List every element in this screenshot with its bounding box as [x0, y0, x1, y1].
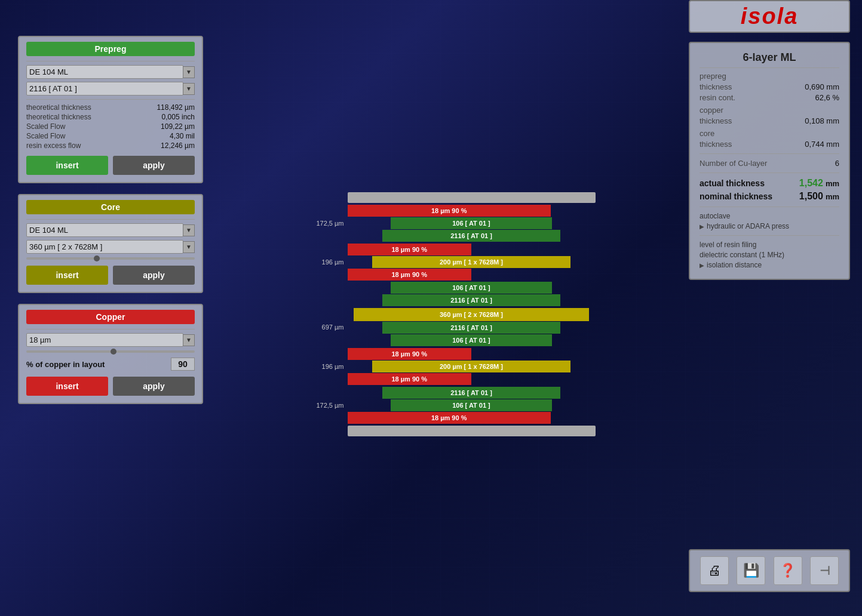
copper-insert-button[interactable]: insert [26, 377, 108, 396]
actual-thickness-label: actual thickness [700, 178, 765, 188]
autoclave-label: autoclave [700, 212, 839, 220]
core-panel: Core DE 104 ML ▼ 360 µm [ 2 x 7628M ] ▼ … [18, 194, 203, 293]
info-cu-layer-row: Number of Cu-layer 6 [700, 159, 839, 168]
core-material-select[interactable]: DE 104 ML [26, 223, 183, 237]
info-copper-thick-value: 0,108 mm [805, 116, 839, 125]
prepreg-th-inch-value: 0,005 inch [162, 113, 195, 121]
prepreg-sf-mil-value: 4,30 mil [170, 132, 195, 140]
core-btn-row: insert apply [26, 266, 195, 285]
settings-button[interactable]: ⊣ [810, 556, 839, 585]
row3-label: 697 µm [309, 324, 348, 331]
prepreg-sf-um-label: Scaled Flow [26, 122, 65, 131]
prepreg-resin-label: resin excess flow [26, 141, 81, 150]
prepreg-panel: Prepreg DE 104 ML ▼ 2116 [ AT 01 ] ▼ the… [18, 36, 203, 183]
core-apply-button[interactable]: apply [113, 266, 195, 285]
prepreg-sf-mil-row: Scaled Flow 4,30 mil [26, 132, 195, 140]
bar-red-3: 18 µm 90 % [348, 269, 472, 281]
bar-green-6: 106 [ AT 01 ] [391, 334, 552, 346]
prepreg-resin-value: 12,246 µm [161, 141, 195, 150]
copper-slider-thumb[interactable] [111, 349, 116, 355]
prepreg-th-inch-label: theoretical thickness [26, 113, 91, 121]
bottom-toolbar: 🖨 💾 ❓ ⊣ [689, 549, 850, 592]
press-label: hydraulic or ADARA press [707, 222, 789, 230]
info-copper-thick-row: thickness 0,108 mm [700, 116, 839, 125]
prepreg-apply-button[interactable]: apply [113, 156, 195, 175]
bar-yellow-3: 200 µm [ 1 x 7628M ] [372, 361, 570, 372]
copper-percent-row: % of copper in layout 90 [26, 358, 195, 371]
bar-green-3: 106 [ AT 01 ] [391, 282, 552, 294]
info-thickness-row: thickness 0,690 mm [700, 82, 839, 91]
core-slider-thumb[interactable] [94, 255, 100, 261]
isolation-item: ▶ isolation distance [700, 261, 839, 269]
actual-thickness-value: 1,542 [799, 178, 823, 189]
prepreg-th-um-value: 118,492 µm [157, 103, 195, 112]
print-button[interactable]: 🖨 [700, 556, 729, 585]
copper-percent-value: 90 [171, 358, 195, 371]
nominal-thickness-unit: mm [826, 192, 839, 201]
info-thickness-value: 0,690 mm [805, 82, 839, 91]
bar-green-4: 2116 [ AT 01 ] [382, 294, 561, 306]
bottom-copper-bar [348, 426, 596, 436]
core-type-row: 360 µm [ 2 x 7628M ] ▼ [26, 240, 195, 254]
prepreg-resin-row: resin excess flow 12,246 µm [26, 141, 195, 150]
bar-yellow-2: 360 µm [ 2 x 7628M ] [354, 308, 589, 321]
prepreg-sf-um-row: Scaled Flow 109,22 µm [26, 122, 195, 131]
top-copper-bar [348, 192, 596, 203]
isolation-arrow-icon: ▶ [700, 262, 704, 269]
logo-panel: isola [689, 0, 850, 33]
save-icon: 💾 [743, 563, 759, 578]
press-item: ▶ hydraulic or ADARA press [700, 222, 839, 230]
info-core-thick-row: thickness 0,744 mm [700, 140, 839, 149]
copper-title: Copper [26, 310, 195, 324]
bar-red-6: 18 µm 90 % [348, 412, 551, 424]
prepreg-type-select[interactable]: 2116 [ AT 01 ] [26, 82, 183, 96]
row2-label: 196 µm [309, 258, 348, 266]
prepreg-title: Prepreg [26, 42, 195, 56]
copper-slider-track[interactable] [26, 350, 195, 353]
save-button[interactable]: 💾 [737, 556, 765, 585]
core-type-select[interactable]: 360 µm [ 2 x 7628M ] [26, 240, 183, 254]
core-slider-track[interactable] [26, 257, 195, 260]
info-resin-value: 62,6 % [815, 93, 839, 102]
info-panel-title: 6-layer ML [700, 51, 839, 64]
info-copper-thick-label: thickness [700, 116, 732, 125]
dielectric-label: dielectric constant (1 MHz) [700, 251, 839, 259]
help-button[interactable]: ❓ [774, 556, 802, 585]
prepreg-sf-mil-label: Scaled Flow [26, 132, 65, 140]
isolation-label: isolation distance [707, 261, 762, 269]
core-type-arrow[interactable]: ▼ [183, 241, 195, 253]
info-panel-container: 6-layer ML prepreg thickness 0,690 mm re… [689, 42, 850, 280]
copper-thickness-arrow[interactable]: ▼ [183, 334, 195, 346]
info-cu-layer-value: 6 [835, 159, 839, 168]
prepreg-type-arrow[interactable]: ▼ [183, 83, 195, 95]
bar-green-8: 106 [ AT 01 ] [391, 399, 552, 411]
prepreg-insert-button[interactable]: insert [26, 156, 108, 175]
copper-apply-button[interactable]: apply [113, 377, 195, 396]
core-material-arrow[interactable]: ▼ [183, 224, 195, 236]
copper-thickness-row: 18 µm ▼ [26, 333, 195, 347]
copper-section-title: copper [700, 106, 839, 115]
logo-text: isola [741, 4, 799, 29]
help-icon: ❓ [780, 563, 796, 578]
bar-red-5: 18 µm 90 % [348, 373, 472, 385]
prepreg-sf-um-value: 109,22 µm [161, 122, 195, 131]
copper-panel: Copper 18 µm ▼ % of copper in layout 90 … [18, 304, 203, 404]
bar-red-2: 18 µm 90 % [348, 244, 472, 255]
viz-wrapper: 172,5 µm 18 µm 90 % 106 [ AT 01 ] 2116 [… [215, 30, 689, 598]
info-core-thick-value: 0,744 mm [805, 140, 839, 149]
prepreg-material-arrow[interactable]: ▼ [183, 66, 195, 78]
copper-thickness-select[interactable]: 18 µm [26, 333, 183, 347]
prepreg-material-select[interactable]: DE 104 ML [26, 65, 183, 79]
core-section-title: core [700, 129, 839, 138]
bar-red-4: 18 µm 90 % [348, 348, 472, 360]
bar-green-2: 2116 [ AT 01 ] [382, 230, 561, 242]
core-material-row: DE 104 ML ▼ [26, 223, 195, 237]
bar-green-5: 2116 [ AT 01 ] [382, 322, 561, 334]
core-insert-button[interactable]: insert [26, 266, 108, 285]
bar-yellow-1: 200 µm [ 1 x 7628M ] [372, 256, 570, 268]
resin-label: level of resin filing [700, 241, 839, 249]
press-arrow-icon: ▶ [700, 223, 704, 230]
settings-icon: ⊣ [820, 563, 830, 578]
copper-percent-label: % of copper in layout [26, 360, 105, 369]
core-title: Core [26, 200, 195, 214]
